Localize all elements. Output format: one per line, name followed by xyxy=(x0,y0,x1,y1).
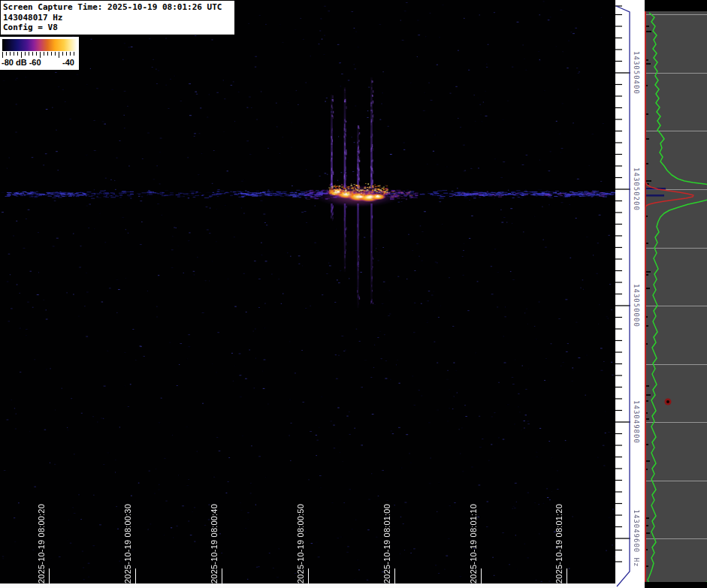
freq-axis-line xyxy=(616,6,630,586)
average-spectrum-trace xyxy=(648,13,707,583)
freq-label: 143049800 xyxy=(633,400,640,444)
time-label: 2025-10-19 08:00:20 xyxy=(37,504,46,583)
colorbar-label-low: -80 dB -60 xyxy=(2,58,41,67)
colorbar-gradient xyxy=(2,39,77,51)
freq-label: 143050400 xyxy=(633,51,640,95)
colorbar: -80 dB -60 -40 xyxy=(0,37,79,70)
colorbar-ruler-major xyxy=(2,52,77,58)
time-tick xyxy=(308,568,309,586)
time-label: 2025-10-19 08:00:50 xyxy=(296,504,305,583)
time-label: 2025-10-19 08:01:20 xyxy=(554,504,563,583)
frequency-axis-ticks xyxy=(615,0,645,588)
time-label: 2025-10-19 08:00:30 xyxy=(123,504,132,583)
time-tick xyxy=(222,568,222,586)
time-label: 2025-10-19 08:01:10 xyxy=(469,504,478,583)
spectrum-panel xyxy=(645,0,707,588)
marker-dot-core xyxy=(666,400,669,403)
time-tick xyxy=(135,568,136,586)
config-text: Config = V8 xyxy=(3,23,232,33)
capture-info-box: Screen Capture Time: 2025-10-19 08:01:26… xyxy=(0,0,235,35)
screen-capture: Screen Capture Time: 2025-10-19 08:01:26… xyxy=(0,0,707,588)
panel-signal-bar xyxy=(645,194,664,197)
freq-label: 143050000 xyxy=(633,284,640,327)
panel-bottom-band xyxy=(645,582,707,588)
colorbar-label-high: -40 xyxy=(62,58,74,67)
frequency-axis xyxy=(615,0,645,588)
time-tick xyxy=(394,568,395,586)
time-tick xyxy=(567,568,567,586)
freq-label: 143050200 xyxy=(633,167,640,211)
time-label: 2025-10-19 08:01:00 xyxy=(382,504,391,583)
time-tick xyxy=(481,568,482,586)
time-tick xyxy=(49,568,50,586)
time-label: 2025-10-19 08:00:40 xyxy=(210,504,219,583)
spectrum-panel-plot xyxy=(645,0,707,588)
spectrogram-waterfall xyxy=(0,0,615,588)
center-frequency-text: 143048017 Hz xyxy=(3,13,232,23)
panel-top-band xyxy=(645,0,707,11)
capture-time-text: Screen Capture Time: 2025-10-19 08:01:26… xyxy=(3,2,232,13)
freq-label: 143049600 Hz xyxy=(633,509,640,567)
